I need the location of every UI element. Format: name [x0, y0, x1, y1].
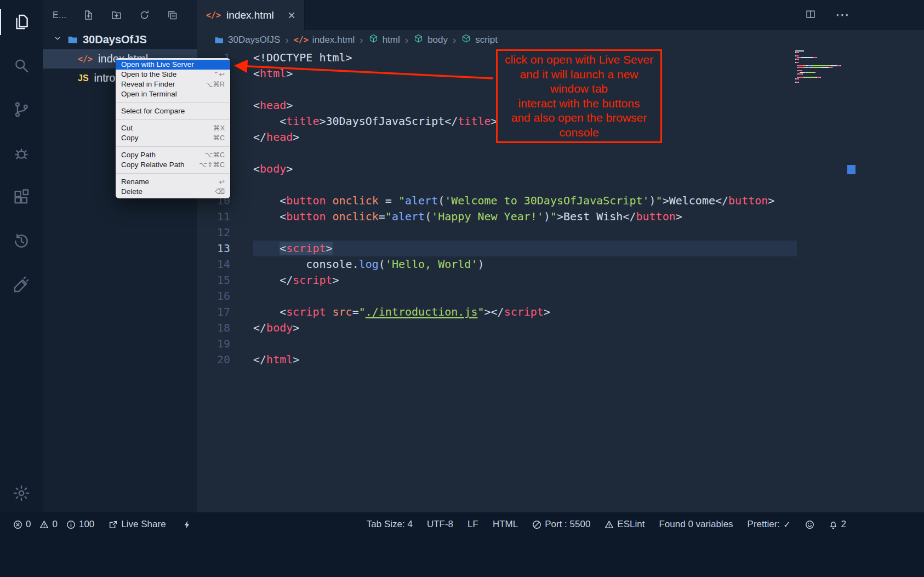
breadcrumb-item-folder[interactable]: 30DaysOfJS	[214, 35, 280, 45]
chevron-down-icon	[53, 33, 62, 46]
status-encoding[interactable]: UTF-8	[427, 519, 453, 530]
code-line[interactable]: <script>	[253, 241, 797, 256]
collapse-all-button[interactable]	[167, 9, 178, 21]
breadcrumb-item-script[interactable]: script	[461, 33, 498, 47]
breadcrumb-separator: ›	[360, 34, 363, 46]
menu-item-open-with-live-server[interactable]: Open with Live Server	[116, 60, 230, 70]
code-line[interactable]	[253, 288, 797, 304]
collapse-all-icon	[167, 9, 178, 21]
code-line[interactable]: <button onclick="alert('Happy New Year!'…	[253, 209, 797, 225]
status-eol[interactable]: LF	[467, 519, 478, 530]
code-line[interactable]	[253, 145, 797, 161]
sidebar-header: E...	[43, 0, 197, 30]
new-folder-button[interactable]	[111, 9, 122, 21]
breadcrumb-item-file[interactable]: </> index.html	[294, 35, 355, 45]
status-eslint[interactable]: ESLint	[604, 519, 644, 530]
tab-index-html[interactable]: </> index.html ×	[197, 0, 305, 30]
check-icon: ✓	[783, 519, 790, 530]
menu-separator	[116, 119, 230, 120]
pen-icon	[12, 276, 31, 294]
status-notifications[interactable]: 2	[829, 519, 846, 530]
context-menu: Open with Live Server Open to the Side⌃↩…	[116, 58, 230, 198]
activity-history[interactable]	[0, 219, 43, 263]
activity-search[interactable]	[0, 44, 43, 88]
annotation-box: click on open with Live Sever and it wil…	[496, 49, 662, 143]
live-share-icon	[109, 520, 118, 529]
warning-triangle-icon	[39, 520, 49, 529]
activity-extensions[interactable]	[0, 175, 43, 219]
status-lightning[interactable]	[182, 520, 192, 529]
status-live-share[interactable]: Live Share	[109, 519, 166, 530]
refresh-button[interactable]	[139, 9, 150, 21]
extensions-icon	[12, 188, 31, 207]
menu-item-cut[interactable]: Cut⌘X	[116, 123, 230, 133]
code-line[interactable]: </body>	[253, 320, 797, 336]
bug-icon	[12, 144, 31, 163]
bell-icon	[829, 520, 838, 529]
split-editor-icon[interactable]	[805, 8, 817, 22]
minimap[interactable]	[795, 50, 853, 83]
status-language-mode[interactable]: HTML	[493, 519, 518, 530]
menu-item-copy[interactable]: Copy⌘C	[116, 133, 230, 143]
code-line[interactable]: </script>	[253, 272, 797, 288]
breadcrumb-separator: ›	[405, 34, 408, 46]
status-errors[interactable]: 0	[13, 519, 31, 530]
history-clock-icon	[12, 232, 31, 250]
line-number: 11	[197, 209, 230, 225]
code-line[interactable]: <button onclick = "alert('Welcome to 30D…	[253, 193, 797, 209]
tree-item-30daysofjs[interactable]: 30DaysOfJS	[43, 30, 197, 49]
menu-item-rename[interactable]: Rename↩	[116, 177, 230, 187]
menu-item-open-to-the-side[interactable]: Open to the Side⌃↩	[116, 70, 230, 79]
symbol-cube-icon	[368, 33, 379, 47]
more-actions-icon[interactable]: ⋯	[835, 7, 851, 24]
status-prettier[interactable]: Prettier: ✓	[748, 519, 791, 530]
new-file-icon	[83, 9, 94, 21]
breadcrumb: 30DaysOfJS › </> index.html › html › bod…	[197, 30, 924, 50]
line-number: 18	[197, 320, 230, 336]
code-line[interactable]: </html>	[253, 352, 797, 368]
breadcrumb-separator: ›	[285, 34, 288, 46]
menu-separator	[116, 173, 230, 174]
code-line[interactable]	[253, 177, 797, 193]
line-number: 16	[197, 288, 230, 304]
overview-ruler-marker	[847, 165, 855, 174]
menu-item-select-for-compare[interactable]: Select for Compare	[116, 106, 230, 116]
menu-separator	[116, 146, 230, 147]
menu-item-delete[interactable]: Delete⌫	[116, 187, 230, 197]
activity-run-debug[interactable]	[0, 132, 43, 175]
sidebar-title: E...	[53, 10, 66, 20]
refresh-icon	[139, 9, 150, 21]
breadcrumb-separator: ›	[453, 34, 456, 46]
menu-item-open-in-terminal[interactable]: Open in Terminal	[116, 89, 230, 99]
code-line[interactable]: console.log('Hello, World')	[253, 256, 797, 272]
status-feedback-smiley[interactable]	[805, 520, 814, 529]
menu-item-copy-relative-path[interactable]: Copy Relative Path⌥⇧⌘C	[116, 160, 230, 170]
code-line[interactable]: <script src="./introduction.js"></script…	[253, 304, 797, 320]
menu-item-copy-path[interactable]: Copy Path⌥⌘C	[116, 150, 230, 160]
html-file-icon: </>	[206, 10, 221, 20]
new-folder-icon	[111, 9, 122, 21]
symbol-cube-icon	[413, 33, 424, 47]
code-line[interactable]	[253, 225, 797, 241]
line-number: 13	[197, 241, 230, 256]
menu-item-reveal-in-finder[interactable]: Reveal in Finder⌥⌘R	[116, 79, 230, 89]
status-live-server-port[interactable]: Port : 5500	[532, 519, 590, 530]
status-variables[interactable]: Found 0 variables	[659, 519, 733, 530]
status-tab-size[interactable]: Tab Size: 4	[367, 519, 413, 530]
smiley-icon	[805, 520, 814, 529]
activity-source-control[interactable]	[0, 88, 43, 132]
activity-explorer[interactable]	[0, 0, 43, 44]
status-info[interactable]: 100	[66, 519, 94, 530]
status-warnings[interactable]: 0	[39, 519, 57, 530]
new-file-button[interactable]	[83, 9, 94, 21]
breadcrumb-item-body[interactable]: body	[413, 33, 448, 47]
breadcrumb-item-html[interactable]: html	[368, 33, 400, 47]
close-tab-icon[interactable]: ×	[288, 9, 295, 22]
code-line[interactable]	[253, 336, 797, 352]
symbol-cube-icon	[461, 33, 471, 47]
code-line[interactable]: <body>	[253, 161, 797, 177]
activity-feedback[interactable]	[0, 263, 43, 307]
activity-settings[interactable]	[0, 474, 43, 512]
status-left: 0 0 100 Live Share	[13, 519, 192, 530]
search-icon	[12, 56, 31, 75]
